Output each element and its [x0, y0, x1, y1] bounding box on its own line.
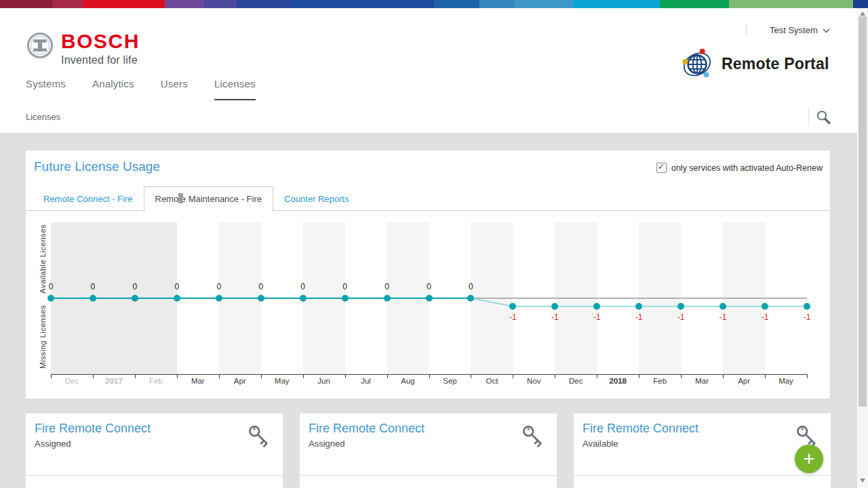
license-card-status: Assigned: [35, 439, 71, 449]
data-point-value: -1: [671, 312, 691, 322]
data-point: [90, 295, 96, 302]
x-axis-label: Jul: [345, 377, 387, 385]
x-axis-label: Apr: [723, 377, 765, 385]
card-divider: [26, 475, 283, 476]
data-point-value: -1: [545, 312, 565, 322]
x-axis-label: Oct: [471, 377, 513, 385]
data-point-value: -1: [713, 312, 733, 322]
breadcrumb-bar: Licenses: [0, 100, 857, 133]
x-axis-label: Mar: [681, 377, 723, 385]
future-license-usage-panel: Future License Usage only services with …: [26, 150, 830, 399]
data-point: [804, 303, 810, 310]
x-axis-label: Feb: [135, 377, 177, 385]
data-point-value: 0: [83, 282, 103, 291]
scroll-down-arrow-icon[interactable]: [860, 479, 865, 483]
system-selector-label: Test System: [770, 25, 818, 35]
brand-name: BOSCH: [61, 30, 140, 53]
nav-item-systems[interactable]: Systems: [26, 78, 66, 100]
x-axis-label: May: [261, 377, 303, 385]
header: BOSCH Invented for life Test System: [0, 8, 857, 101]
data-point-value: 0: [251, 282, 271, 291]
plus-icon: +: [803, 449, 815, 469]
key-icon: [245, 422, 275, 451]
bosch-armature-icon: [26, 31, 54, 60]
scroll-up-arrow-icon[interactable]: [860, 12, 865, 16]
x-axis-label: Mar: [177, 377, 219, 385]
x-axis-label: Dec: [51, 377, 93, 385]
divider: [808, 107, 809, 126]
chart-x-axis-labels: Dec2017FebMarAprMayJunJulAugSepOctNovDec…: [51, 377, 807, 388]
card-divider: [300, 475, 557, 476]
data-point: [47, 295, 54, 302]
data-point-value: -1: [502, 312, 523, 322]
data-point-value: 0: [293, 282, 313, 291]
bosch-supergraphic-strip: [0, 0, 868, 8]
globe-orbit-icon: [682, 47, 713, 80]
data-point-value: 0: [41, 282, 61, 291]
data-point: [384, 295, 391, 302]
data-point: [762, 303, 768, 310]
x-axis-label: Aug: [387, 377, 429, 385]
license-card-status: Assigned: [309, 439, 344, 449]
data-point-value: 0: [125, 282, 145, 291]
nav-item-users[interactable]: Users: [161, 78, 188, 100]
data-point-value: -1: [587, 312, 607, 322]
system-selector[interactable]: Test System: [746, 23, 830, 37]
license-card[interactable]: Fire Remote Connect Assigned: [26, 413, 283, 488]
data-point: [174, 295, 180, 302]
license-card[interactable]: Fire Remote Connect Assigned: [300, 413, 557, 488]
brand-tagline: Invented for life: [61, 54, 140, 66]
x-axis-label: May: [765, 377, 807, 385]
data-point-value: 0: [167, 282, 187, 291]
data-point-value: 0: [419, 282, 439, 291]
panel-title: Future License Usage: [34, 159, 160, 174]
card-divider: [574, 475, 831, 476]
tab-counter-reports[interactable]: Counter Reports: [273, 186, 359, 211]
x-axis-label: Dec: [555, 377, 597, 385]
data-point: [258, 295, 264, 302]
vertical-scrollbar[interactable]: [857, 8, 868, 488]
chevron-down-icon: [823, 28, 830, 33]
data-point-value: 0: [335, 282, 355, 291]
auto-renew-checkbox[interactable]: [656, 163, 667, 173]
x-axis-label: Nov: [513, 377, 555, 385]
data-point-value: 0: [377, 282, 397, 291]
add-license-button[interactable]: +: [795, 445, 823, 473]
divider: [746, 24, 747, 36]
x-axis-label: Sep: [429, 377, 471, 385]
app-window: BOSCH Invented for life Test System: [0, 0, 868, 488]
x-axis-label: Jun: [303, 377, 345, 385]
main-nav: Systems Analytics Users Licenses: [26, 78, 256, 100]
data-point: [300, 295, 307, 302]
data-point-value: 0: [209, 282, 229, 291]
license-usage-chart: 00000000000-1-1-1-1-1-1-1-1: [51, 222, 807, 374]
portal-name: Remote Portal: [722, 55, 829, 73]
license-card[interactable]: Fire Remote Connect Available: [574, 413, 831, 488]
license-cards-row: Fire Remote Connect Assigned Fire Remote…: [26, 413, 831, 488]
search-icon[interactable]: [815, 109, 831, 125]
x-axis-label: 2018: [597, 377, 639, 385]
tab-remote-maintenance-fire[interactable]: Remote Maintenance - Fire: [144, 186, 274, 211]
breadcrumb: Licenses: [26, 112, 60, 122]
y-axis-label-missing: Missing Licenses: [39, 286, 50, 388]
auto-renew-label: only services with activated Auto-Renew: [671, 163, 823, 173]
tab-remote-connect-fire[interactable]: Remote Connect - Fire: [33, 186, 144, 211]
data-point: [216, 295, 222, 302]
license-card-title: Fire Remote Connect: [583, 422, 698, 436]
license-card-status: Available: [583, 439, 618, 449]
x-axis-label: Feb: [639, 377, 681, 385]
data-point-value: -1: [629, 312, 649, 322]
license-card-title: Fire Remote Connect: [309, 422, 425, 436]
scrollbar-thumb[interactable]: [859, 16, 867, 407]
nav-item-licenses[interactable]: Licenses: [214, 78, 256, 100]
nav-item-analytics[interactable]: Analytics: [92, 78, 134, 100]
data-point-value: -1: [797, 312, 817, 322]
data-point: [342, 295, 349, 302]
data-point: [132, 295, 138, 302]
auto-renew-filter[interactable]: only services with activated Auto-Renew: [656, 163, 823, 173]
data-point: [426, 295, 433, 302]
x-axis-label: Apr: [219, 377, 261, 385]
license-card-title: Fire Remote Connect: [35, 422, 151, 436]
data-point-value: -1: [755, 312, 775, 322]
data-point-value: 0: [460, 282, 481, 291]
